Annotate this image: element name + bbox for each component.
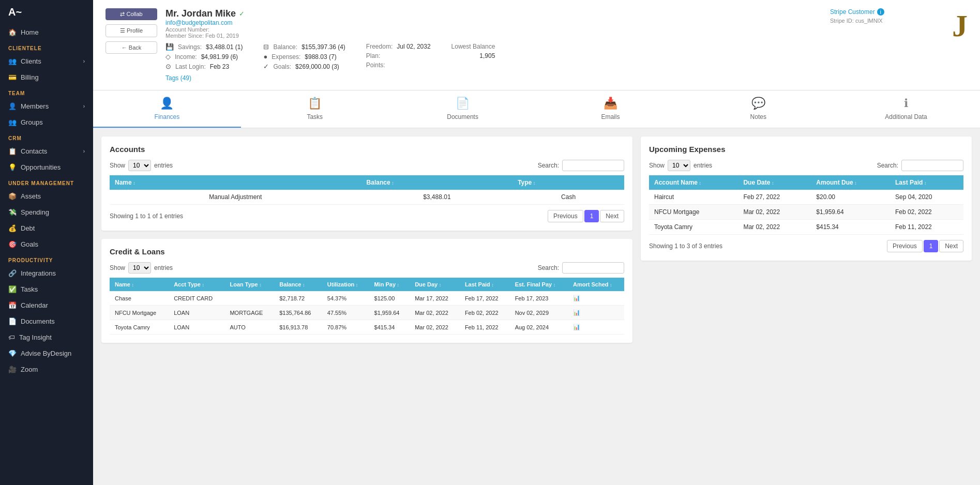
loan-chart[interactable]: 📊: [568, 320, 624, 335]
loan-chart[interactable]: 📊: [568, 291, 624, 306]
sidebar-item-opportunities[interactable]: 💡 Opportunities: [0, 159, 93, 175]
tab-additional-data[interactable]: ℹ Additional Data: [832, 90, 980, 128]
upcoming-entries-select[interactable]: 10: [668, 160, 690, 171]
accounts-col-name[interactable]: Name: [110, 175, 361, 190]
upcoming-expenses-table: Account NameDue DateAmount DueLast Paid …: [649, 175, 963, 235]
credit-col[interactable]: Utilization: [322, 278, 369, 291]
finances-tab-icon: 👤: [160, 97, 174, 110]
avatar: J: [952, 8, 968, 44]
tags-link[interactable]: Tags (49): [165, 74, 822, 82]
upcoming-show-entries: Show 10 entries: [649, 160, 712, 171]
back-button[interactable]: ← Back: [105, 41, 157, 54]
goals-value: $269,000.00 (3): [295, 63, 339, 70]
tab-finances[interactable]: 👤 Finances: [93, 90, 241, 128]
sidebar-label-advise: Advise ByDesign: [21, 350, 71, 357]
sidebar-item-members[interactable]: 👤 Members ›: [0, 98, 93, 114]
credit-col[interactable]: Name: [110, 278, 169, 291]
accounts-col-type[interactable]: Type: [512, 175, 624, 190]
loan-name: NFCU Mortgage: [110, 306, 169, 320]
groups-icon: 👥: [8, 118, 17, 126]
sidebar-item-home[interactable]: 🏠 Home: [0, 24, 93, 40]
expenses-label: Expenses:: [272, 53, 300, 60]
loan-min-pay: $125.00: [369, 291, 410, 306]
upcoming-col[interactable]: Due Date: [738, 175, 811, 190]
tab-finances-label: Finances: [155, 113, 180, 120]
upcoming-expenses-title: Upcoming Expenses: [649, 145, 963, 154]
upcoming-prev-button[interactable]: Previous: [887, 240, 923, 252]
sidebar-item-assets[interactable]: 📦 Assets: [0, 188, 93, 204]
upcoming-next-button[interactable]: Next: [939, 240, 963, 252]
credit-loans-search-input[interactable]: [562, 262, 624, 274]
sidebar-item-documents[interactable]: 📄 Documents: [0, 313, 93, 329]
sidebar-item-debt[interactable]: 💰 Debt: [0, 220, 93, 236]
upcoming-due-date: Feb 27, 2022: [738, 190, 811, 205]
loan-chart[interactable]: 📊: [568, 306, 624, 320]
sidebar-item-contacts[interactable]: 📋 Contacts ›: [0, 143, 93, 159]
sidebar-item-goals[interactable]: 🎯 Goals: [0, 236, 93, 252]
upcoming-col[interactable]: Amount Due: [811, 175, 890, 190]
loan-acct-type: CREDIT CARD: [169, 291, 224, 306]
upcoming-col[interactable]: Last Paid: [890, 175, 963, 190]
sidebar-item-clients[interactable]: 👥 Clients ›: [0, 53, 93, 69]
tab-emails[interactable]: 📥 Emails: [536, 90, 684, 128]
savings-value: $3,488.01 (1): [206, 43, 243, 51]
last-login-value: Feb 23: [210, 63, 229, 70]
credit-col[interactable]: Min Pay: [369, 278, 410, 291]
sidebar-item-spending[interactable]: 💸 Spending: [0, 204, 93, 220]
accounts-search-input[interactable]: [562, 160, 624, 171]
credit-col[interactable]: Loan Type: [224, 278, 274, 291]
upcoming-account: NFCU Mortgage: [649, 205, 738, 220]
verified-icon: ✓: [239, 10, 245, 18]
tab-additional-data-label: Additional Data: [885, 113, 927, 120]
profile-email[interactable]: info@budgetpolitan.com: [165, 19, 822, 26]
tab-documents[interactable]: 📄 Documents: [389, 90, 537, 128]
notes-tab-icon: 💬: [751, 97, 765, 110]
billing-icon: 💳: [8, 73, 17, 81]
upcoming-search-input[interactable]: [901, 160, 963, 171]
collab-button[interactable]: ⇄ Collab: [105, 8, 157, 20]
credit-col[interactable]: Last Paid: [460, 278, 510, 291]
balance-label: Balance:: [273, 43, 297, 51]
credit-loans-entries-select[interactable]: 10 25 50: [128, 262, 151, 274]
loan-acct-type: LOAN: [169, 306, 224, 320]
credit-col[interactable]: Due Day: [410, 278, 460, 291]
account-type: Cash: [512, 190, 624, 205]
loan-type: MORTGAGE: [224, 306, 274, 320]
tab-tasks[interactable]: 📋 Tasks: [241, 90, 389, 128]
accounts-col-balance[interactable]: Balance: [361, 175, 513, 190]
right-column: Upcoming Expenses Show 10 entries Search…: [641, 137, 972, 261]
sidebar-item-integrations[interactable]: 🔗 Integrations: [0, 265, 93, 281]
tab-emails-label: Emails: [601, 113, 620, 120]
sidebar-item-tag-insight[interactable]: 🏷 Tag Insight: [0, 329, 93, 345]
accounts-page-1[interactable]: 1: [584, 210, 599, 222]
section-crm: CRM: [0, 130, 93, 143]
assets-icon: 📦: [8, 192, 17, 200]
accounts-entries-select[interactable]: 10 25 50: [128, 160, 151, 171]
profile-button[interactable]: ☰ Profile: [105, 24, 157, 37]
tab-notes[interactable]: 💬 Notes: [684, 90, 832, 128]
goals-icon: 🎯: [8, 240, 17, 248]
tag-insight-icon: 🏷: [8, 334, 15, 341]
upcoming-last-paid: Feb 11, 2022: [890, 220, 963, 235]
sidebar-item-calendar[interactable]: 📅 Calendar: [0, 297, 93, 313]
loan-balance: $135,764.86: [274, 306, 322, 320]
credit-col[interactable]: Acct Type: [169, 278, 224, 291]
credit-col[interactable]: Amort Sched: [568, 278, 624, 291]
credit-col[interactable]: Est. Final Pay: [510, 278, 568, 291]
accounts-prev-button[interactable]: Previous: [548, 210, 583, 222]
accounts-next-button[interactable]: Next: [600, 210, 624, 222]
balance-value: $155,397.36 (4): [301, 43, 345, 51]
sidebar-item-advise-bydesign[interactable]: 💎 Advise ByDesign: [0, 345, 93, 361]
last-login-label: Last Login:: [175, 63, 206, 70]
upcoming-col[interactable]: Account Name: [649, 175, 738, 190]
sidebar-item-groups[interactable]: 👥 Groups: [0, 114, 93, 130]
account-name: Manual Adjustment: [110, 190, 361, 205]
sidebar-item-billing[interactable]: 💳 Billing: [0, 69, 93, 85]
credit-col[interactable]: Balance: [274, 278, 322, 291]
sidebar-item-tasks[interactable]: ✅ Tasks: [0, 281, 93, 297]
debt-icon: 💰: [8, 224, 17, 232]
profile-member-since: Member Since: Feb 01, 2019: [165, 33, 822, 39]
sidebar-label-home: Home: [21, 28, 39, 36]
upcoming-page-1[interactable]: 1: [924, 240, 939, 252]
sidebar-item-zoom[interactable]: 🎥 Zoom: [0, 361, 93, 377]
